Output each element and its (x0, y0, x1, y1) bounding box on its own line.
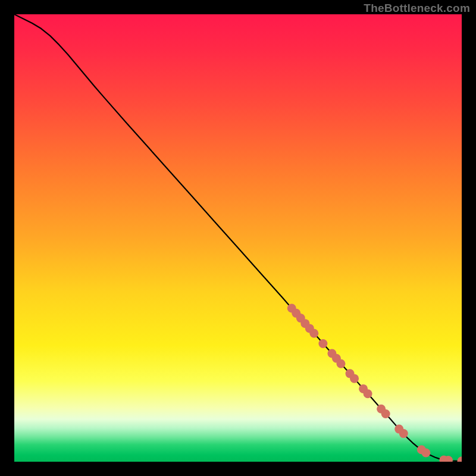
data-marker (318, 339, 327, 348)
data-marker (364, 389, 372, 398)
data-marker (350, 374, 359, 383)
plot-svg (14, 14, 462, 462)
data-marker (336, 359, 345, 368)
data-marker (381, 409, 390, 418)
data-marker (421, 448, 430, 457)
watermark-label: TheBottleneck.com (364, 2, 470, 15)
gradient-background (14, 14, 462, 462)
chart-stage: TheBottleneck.com (0, 0, 476, 476)
plot-area (14, 14, 462, 462)
data-marker (309, 329, 318, 338)
data-marker (399, 429, 408, 438)
